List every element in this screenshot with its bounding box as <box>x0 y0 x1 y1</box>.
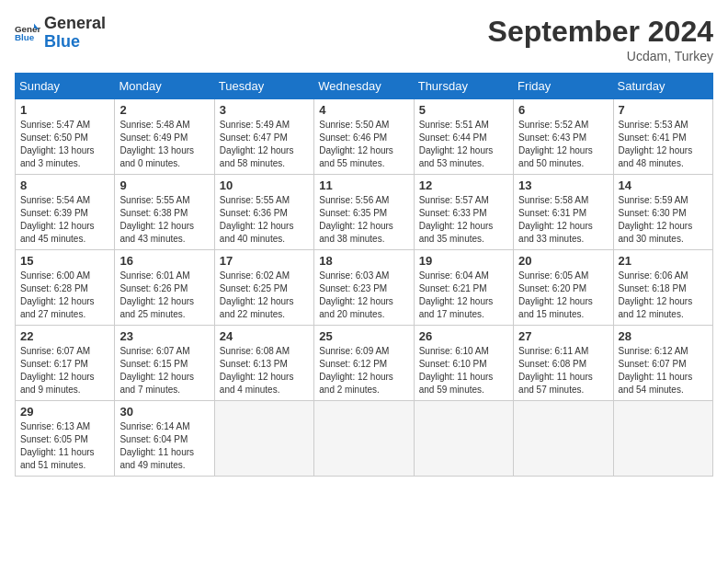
day-number: 29 <box>20 405 109 419</box>
day-number: 22 <box>20 329 109 343</box>
day-info: Sunrise: 6:14 AM Sunset: 6:04 PM Dayligh… <box>119 420 209 472</box>
day-info: Sunrise: 5:49 AM Sunset: 6:47 PM Dayligh… <box>220 119 309 170</box>
day-cell-1: 1 Sunrise: 5:47 AM Sunset: 6:50 PM Dayli… <box>16 99 115 175</box>
day-info: Sunrise: 6:07 AM Sunset: 6:15 PM Dayligh… <box>119 345 209 396</box>
day-cell-29: 29 Sunrise: 6:13 AM Sunset: 6:05 PM Dayl… <box>16 401 115 477</box>
day-cell-28: 28 Sunrise: 6:12 AM Sunset: 6:07 PM Dayl… <box>613 326 712 401</box>
day-info: Sunrise: 6:00 AM Sunset: 6:28 PM Dayligh… <box>20 270 109 321</box>
day-info: Sunrise: 6:01 AM Sunset: 6:26 PM Dayligh… <box>119 270 209 321</box>
day-number: 17 <box>220 254 309 268</box>
day-number: 24 <box>220 329 309 343</box>
day-cell-6: 6 Sunrise: 5:52 AM Sunset: 6:43 PM Dayli… <box>514 99 613 175</box>
logo-icon: General Blue <box>15 20 40 46</box>
day-cell-11: 11 Sunrise: 5:56 AM Sunset: 6:35 PM Dayl… <box>314 175 414 250</box>
day-info: Sunrise: 5:54 AM Sunset: 6:39 PM Dayligh… <box>20 194 109 246</box>
day-cell-24: 24 Sunrise: 6:08 AM Sunset: 6:13 PM Dayl… <box>214 326 313 401</box>
day-number: 1 <box>20 103 109 117</box>
day-info: Sunrise: 5:56 AM Sunset: 6:35 PM Dayligh… <box>319 194 408 246</box>
day-cell-9: 9 Sunrise: 5:55 AM Sunset: 6:38 PM Dayli… <box>115 175 214 250</box>
empty-cell <box>414 401 513 477</box>
day-info: Sunrise: 6:05 AM Sunset: 6:20 PM Dayligh… <box>518 270 608 321</box>
day-cell-10: 10 Sunrise: 5:55 AM Sunset: 6:36 PM Dayl… <box>214 175 313 250</box>
location: Ucdam, Turkey <box>488 49 713 63</box>
day-info: Sunrise: 5:47 AM Sunset: 6:50 PM Dayligh… <box>20 119 109 170</box>
day-info: Sunrise: 6:11 AM Sunset: 6:08 PM Dayligh… <box>518 345 608 396</box>
logo: General Blue GeneralBlue <box>15 15 106 52</box>
day-info: Sunrise: 6:13 AM Sunset: 6:05 PM Dayligh… <box>20 420 109 472</box>
header-thursday: Thursday <box>414 74 513 99</box>
header-wednesday: Wednesday <box>314 74 414 99</box>
day-info: Sunrise: 6:08 AM Sunset: 6:13 PM Dayligh… <box>220 345 309 396</box>
day-cell-3: 3 Sunrise: 5:49 AM Sunset: 6:47 PM Dayli… <box>214 99 313 175</box>
day-cell-27: 27 Sunrise: 6:11 AM Sunset: 6:08 PM Dayl… <box>514 326 613 401</box>
day-cell-19: 19 Sunrise: 6:04 AM Sunset: 6:21 PM Dayl… <box>414 250 513 326</box>
header-tuesday: Tuesday <box>214 74 313 99</box>
calendar-row: 22 Sunrise: 6:07 AM Sunset: 6:17 PM Dayl… <box>16 326 713 401</box>
day-info: Sunrise: 5:52 AM Sunset: 6:43 PM Dayligh… <box>518 119 608 170</box>
day-number: 13 <box>518 178 608 192</box>
day-number: 27 <box>518 329 608 343</box>
day-info: Sunrise: 5:50 AM Sunset: 6:46 PM Dayligh… <box>319 119 408 170</box>
day-number: 30 <box>119 405 209 419</box>
day-number: 20 <box>518 254 608 268</box>
day-number: 4 <box>319 103 408 117</box>
day-number: 19 <box>419 254 508 268</box>
weekday-header-row: Sunday Monday Tuesday Wednesday Thursday… <box>16 74 713 99</box>
day-info: Sunrise: 5:55 AM Sunset: 6:36 PM Dayligh… <box>220 194 309 246</box>
day-info: Sunrise: 5:48 AM Sunset: 6:49 PM Dayligh… <box>119 119 209 170</box>
day-info: Sunrise: 6:02 AM Sunset: 6:25 PM Dayligh… <box>220 270 309 321</box>
day-cell-16: 16 Sunrise: 6:01 AM Sunset: 6:26 PM Dayl… <box>115 250 214 326</box>
day-info: Sunrise: 5:51 AM Sunset: 6:44 PM Dayligh… <box>419 119 508 170</box>
calendar-table: Sunday Monday Tuesday Wednesday Thursday… <box>15 73 713 477</box>
day-cell-15: 15 Sunrise: 6:00 AM Sunset: 6:28 PM Dayl… <box>16 250 115 326</box>
empty-cell <box>314 401 414 477</box>
day-number: 2 <box>119 103 209 117</box>
day-cell-18: 18 Sunrise: 6:03 AM Sunset: 6:23 PM Dayl… <box>314 250 414 326</box>
empty-cell <box>613 401 712 477</box>
header-monday: Monday <box>115 74 214 99</box>
day-number: 26 <box>419 329 508 343</box>
day-number: 12 <box>419 178 508 192</box>
day-number: 23 <box>119 329 209 343</box>
header-friday: Friday <box>514 74 613 99</box>
day-number: 15 <box>20 254 109 268</box>
day-number: 11 <box>319 178 408 192</box>
day-cell-22: 22 Sunrise: 6:07 AM Sunset: 6:17 PM Dayl… <box>16 326 115 401</box>
day-number: 18 <box>319 254 408 268</box>
day-cell-26: 26 Sunrise: 6:10 AM Sunset: 6:10 PM Dayl… <box>414 326 513 401</box>
day-cell-17: 17 Sunrise: 6:02 AM Sunset: 6:25 PM Dayl… <box>214 250 313 326</box>
calendar-row: 29 Sunrise: 6:13 AM Sunset: 6:05 PM Dayl… <box>16 401 713 477</box>
day-cell-21: 21 Sunrise: 6:06 AM Sunset: 6:18 PM Dayl… <box>613 250 712 326</box>
day-info: Sunrise: 5:58 AM Sunset: 6:31 PM Dayligh… <box>518 194 608 246</box>
header-sunday: Sunday <box>16 74 115 99</box>
day-cell-14: 14 Sunrise: 5:59 AM Sunset: 6:30 PM Dayl… <box>613 175 712 250</box>
day-cell-7: 7 Sunrise: 5:53 AM Sunset: 6:41 PM Dayli… <box>613 99 712 175</box>
svg-text:Blue: Blue <box>15 32 35 42</box>
day-info: Sunrise: 5:55 AM Sunset: 6:38 PM Dayligh… <box>119 194 209 246</box>
day-cell-20: 20 Sunrise: 6:05 AM Sunset: 6:20 PM Dayl… <box>514 250 613 326</box>
day-cell-4: 4 Sunrise: 5:50 AM Sunset: 6:46 PM Dayli… <box>314 99 414 175</box>
day-number: 21 <box>619 254 708 268</box>
day-info: Sunrise: 6:09 AM Sunset: 6:12 PM Dayligh… <box>319 345 408 396</box>
day-info: Sunrise: 6:04 AM Sunset: 6:21 PM Dayligh… <box>419 270 508 321</box>
day-number: 5 <box>419 103 508 117</box>
title-block: September 2024 Ucdam, Turkey <box>488 15 713 63</box>
header-saturday: Saturday <box>613 74 712 99</box>
calendar-row: 15 Sunrise: 6:00 AM Sunset: 6:28 PM Dayl… <box>16 250 713 326</box>
day-cell-5: 5 Sunrise: 5:51 AM Sunset: 6:44 PM Dayli… <box>414 99 513 175</box>
day-info: Sunrise: 6:12 AM Sunset: 6:07 PM Dayligh… <box>619 345 708 396</box>
day-number: 3 <box>220 103 309 117</box>
day-number: 7 <box>619 103 708 117</box>
day-cell-2: 2 Sunrise: 5:48 AM Sunset: 6:49 PM Dayli… <box>115 99 214 175</box>
calendar-row: 8 Sunrise: 5:54 AM Sunset: 6:39 PM Dayli… <box>16 175 713 250</box>
page-header: General Blue GeneralBlue September 2024 … <box>15 15 713 63</box>
day-number: 14 <box>619 178 708 192</box>
day-number: 10 <box>220 178 309 192</box>
day-info: Sunrise: 6:06 AM Sunset: 6:18 PM Dayligh… <box>619 270 708 321</box>
day-cell-8: 8 Sunrise: 5:54 AM Sunset: 6:39 PM Dayli… <box>16 175 115 250</box>
day-cell-13: 13 Sunrise: 5:58 AM Sunset: 6:31 PM Dayl… <box>514 175 613 250</box>
day-cell-30: 30 Sunrise: 6:14 AM Sunset: 6:04 PM Dayl… <box>115 401 214 477</box>
day-number: 25 <box>319 329 408 343</box>
day-number: 8 <box>20 178 109 192</box>
day-info: Sunrise: 5:57 AM Sunset: 6:33 PM Dayligh… <box>419 194 508 246</box>
